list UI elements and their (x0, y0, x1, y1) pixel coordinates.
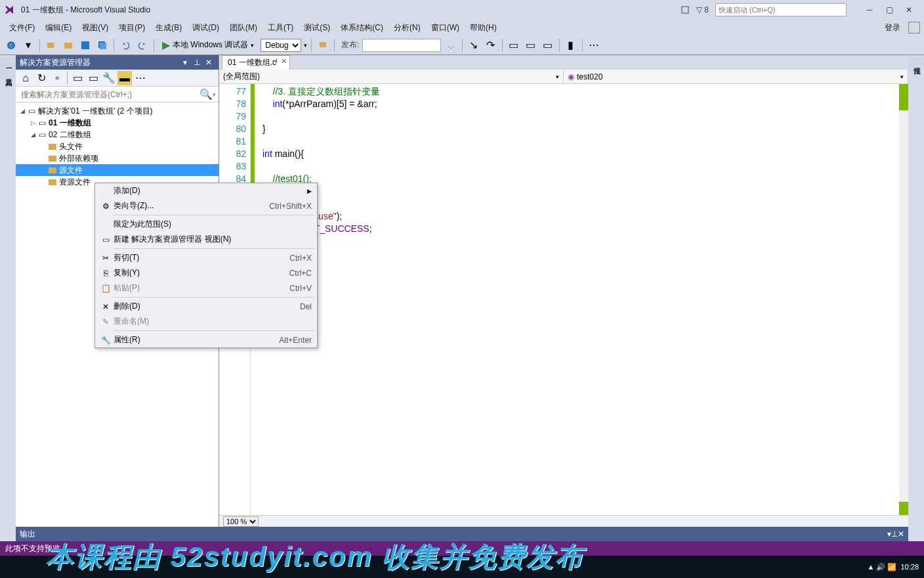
menu-edit[interactable]: 编辑(E) (40, 21, 77, 35)
undo-button[interactable] (118, 38, 133, 53)
properties-tab[interactable]: 属性 (908, 56, 924, 67)
menu-window[interactable]: 窗口(W) (426, 21, 465, 35)
svg-rect-3 (64, 43, 72, 49)
project-1[interactable]: ▷ ▭ 01 一维数组 (16, 117, 219, 129)
ctx-Z[interactable]: ⚙类向导(Z)...Ctrl+Shift+X (95, 198, 317, 213)
svg-rect-2 (47, 43, 54, 48)
menu-build[interactable]: 生成(B) (150, 21, 187, 35)
status-bar: 此项不支持预览 (0, 541, 924, 556)
ctx-N[interactable]: ▭新建 解决方案资源管理器 视图(N) (95, 232, 317, 247)
wrench-icon[interactable]: 🔧 (102, 71, 116, 85)
save-all-button[interactable] (95, 38, 110, 53)
ctx-T[interactable]: ✂剪切(T)Ctrl+X (95, 250, 317, 265)
folder-external[interactable]: 外部依赖项 (16, 152, 219, 164)
maximize-button[interactable]: ▢ (879, 2, 899, 18)
redo-button[interactable] (135, 38, 150, 53)
panel-pin-icon[interactable]: ⊥ (191, 56, 203, 68)
folder-headers[interactable]: 头文件 (16, 141, 219, 152)
comment-button[interactable] (316, 38, 330, 53)
ctx-D[interactable]: 添加(D)▶ (95, 183, 317, 198)
output-pin-icon[interactable]: ⊥ (891, 529, 898, 539)
right-tool-tabs: 属性 (908, 55, 924, 527)
project-icon: ▭ (37, 129, 47, 140)
search-icon[interactable]: 🔍 (200, 88, 213, 100)
scope-right[interactable]: ◉test020▾ (564, 70, 908, 83)
context-menu: 添加(D)▶⚙类向导(Z)...Ctrl+Shift+X限定为此范围(S)▭新建… (94, 183, 318, 348)
project-2[interactable]: ◢ ▭ 02 二维数组 (16, 129, 219, 141)
menu-project[interactable]: 项目(P) (114, 21, 150, 35)
flag-notification[interactable]: ▽8 (696, 5, 709, 14)
notifications-button[interactable] (681, 5, 690, 14)
ctx-Y[interactable]: ⎘复制(Y)Ctrl+C (95, 265, 317, 280)
doc2-icon[interactable]: ▭ (524, 38, 538, 53)
windows-taskbar: 本课程由 52studyit.com 收集并免费发布 ▲ 🔊 📶 10:28 (0, 556, 924, 578)
menu-debug[interactable]: 调试(D) (187, 21, 224, 35)
panel-close-icon[interactable]: ✕ (203, 56, 215, 68)
close-button[interactable]: ✕ (899, 2, 919, 18)
step-into-icon[interactable]: ↘ (467, 38, 481, 53)
refresh-icon[interactable]: ↻ (34, 71, 49, 85)
main-toolbar: ▾ ▶ 本地 Windows 调试器 ▾ Debug ▾ 发布: ↘ ↷ ▭ ▭… (0, 35, 924, 55)
svg-rect-9 (49, 156, 56, 162)
code-editor[interactable]: 777879808182838485868788 //3. 直接定义数组指针变量… (219, 84, 908, 515)
zoom-select[interactable]: 100 % (223, 516, 259, 527)
ctx-M: ✎重命名(M) (95, 314, 317, 329)
login-button[interactable]: 登录 (879, 21, 906, 35)
bookmark-icon[interactable]: ▮ (564, 38, 578, 53)
scope-left[interactable]: (全局范围)▾ (219, 70, 564, 83)
nav-fwd-button[interactable]: ▾ (21, 38, 35, 53)
title-bar: 01 一维数组 - Microsoft Visual Studio ▽8 ─ ▢… (0, 0, 924, 20)
minimize-button[interactable]: ─ (860, 2, 879, 18)
menu-tools[interactable]: 工具(T) (262, 21, 299, 35)
new-project-button[interactable] (44, 38, 58, 53)
scrollbar[interactable] (899, 84, 908, 515)
server-explorer-tab[interactable]: 服务器资源管理器 (0, 56, 16, 67)
menu-file[interactable]: 文件(F) (4, 21, 40, 35)
clock[interactable]: 10:28 (900, 563, 919, 571)
menu-help[interactable]: 帮助(H) (465, 21, 502, 35)
tab-close-icon[interactable]: ✕ (281, 57, 287, 66)
menu-team[interactable]: 团队(M) (224, 21, 262, 35)
pin-icon[interactable]: ⊣ (272, 57, 278, 64)
tray-icons[interactable]: ▲ 🔊 📶 (867, 563, 896, 571)
config-select[interactable]: Debug (261, 39, 301, 52)
more-icon[interactable]: ⋯ (133, 71, 148, 85)
extras-icon[interactable]: ⋯ (587, 38, 601, 53)
open-button[interactable] (61, 38, 75, 53)
publish-button[interactable] (444, 38, 458, 53)
save-button[interactable] (78, 38, 93, 53)
output-close-icon[interactable]: ✕ (898, 529, 904, 539)
folder-icon (47, 153, 58, 164)
menu-test[interactable]: 测试(S) (299, 21, 335, 35)
solution-root[interactable]: ◢ ▭ 解决方案'01 一维数组' (2 个项目) (16, 105, 219, 117)
quick-launch-input[interactable] (715, 3, 847, 16)
folder-icon (47, 165, 58, 175)
publish-input[interactable] (362, 39, 441, 52)
ctx-R[interactable]: 🔧属性(R)Alt+Enter (95, 332, 317, 347)
doc-icon[interactable]: ▭ (507, 38, 521, 53)
menu-analyze[interactable]: 分析(N) (388, 21, 426, 35)
project-icon: ▭ (37, 118, 47, 128)
menu-view[interactable]: 视图(V) (77, 21, 114, 35)
props-icon[interactable]: ▭ (70, 71, 85, 85)
panel-dropdown-icon[interactable]: ▾ (179, 56, 191, 68)
menu-arch[interactable]: 体系结构(C) (335, 21, 388, 35)
doc3-icon[interactable]: ▭ (541, 38, 555, 53)
ctx-D[interactable]: ✕删除(D)Del (95, 299, 317, 314)
svg-rect-4 (81, 41, 89, 49)
nav-back-button[interactable] (4, 38, 18, 53)
start-debug-button[interactable]: ▶ 本地 Windows 调试器 ▾ (158, 39, 258, 51)
toolbox-tab[interactable]: 工具箱 (0, 68, 16, 79)
ctx-S[interactable]: 限定为此范围(S) (95, 217, 317, 232)
collapse-icon[interactable]: ▫ (50, 71, 64, 85)
document-tabs: 01 一维数组.c ⊣ ✕ (219, 55, 908, 70)
show-all-icon[interactable]: ▭ (86, 71, 100, 85)
home-icon[interactable]: ⌂ (18, 71, 33, 85)
active-icon[interactable]: ▬ (117, 71, 132, 85)
document-tab[interactable]: 01 一维数组.c ⊣ ✕ (222, 55, 290, 70)
solution-search-input[interactable] (18, 89, 200, 100)
user-icon[interactable] (908, 22, 920, 33)
solution-icon: ▭ (26, 106, 37, 116)
folder-source[interactable]: 源文件 (16, 164, 219, 176)
step-over-icon[interactable]: ↷ (484, 38, 498, 53)
